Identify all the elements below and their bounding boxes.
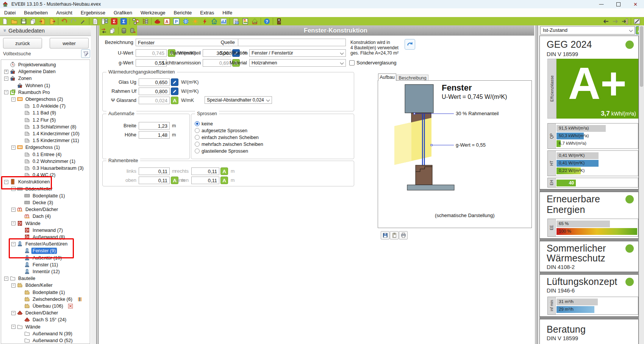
- statistics-button[interactable]: [219, 17, 228, 25]
- database-export-button[interactable]: [128, 27, 137, 34]
- rechts-input[interactable]: 0,11: [191, 167, 219, 175]
- tree-item-bauteile[interactable]: −Bauteile: [1, 275, 89, 282]
- report-button[interactable]: [231, 17, 241, 25]
- export-file-button[interactable]: [47, 17, 57, 25]
- sidebar-splitter[interactable]: [91, 25, 99, 344]
- sonderverglasung-checkbox[interactable]: [349, 60, 355, 66]
- a-box-button[interactable]: A: [162, 17, 172, 25]
- collapse-icon[interactable]: −: [11, 187, 16, 191]
- glasrand-input[interactable]: 0,024: [139, 97, 170, 104]
- open-folder-button[interactable]: [9, 17, 19, 25]
- arrow-end-button[interactable]: [620, 17, 630, 25]
- breite-input[interactable]: 1,23: [139, 122, 170, 130]
- glas-ug-input[interactable]: 0,650: [139, 78, 170, 86]
- redo-button[interactable]: [69, 17, 78, 25]
- menu-bearbeiten[interactable]: Bearbeiten: [20, 9, 52, 17]
- next-button[interactable]: weiter: [50, 38, 89, 48]
- collapse-icon[interactable]: −: [11, 242, 16, 246]
- tree-item-1-4-kinderzimmer-10-[interactable]: 1.4 Kinderzimmer (10): [1, 130, 89, 137]
- compare-button[interactable]: [99, 27, 108, 34]
- tree-item-fenster-9-[interactable]: Fenster (9): [1, 247, 89, 254]
- minimize-button[interactable]: —: [593, 0, 610, 8]
- chart-edit-button[interactable]: [632, 17, 642, 25]
- tree-item-1-0-ankleide-7-[interactable]: 1.0 Ankleide (7): [1, 103, 89, 109]
- tree-item-wände[interactable]: −Wände: [1, 324, 89, 330]
- glas-ug-edit-badge[interactable]: [171, 78, 178, 86]
- tree-item-allgemeine-daten[interactable]: +Allgemeine Daten: [1, 68, 89, 75]
- tree-item-wohnen-1-[interactable]: Wohnen (1): [1, 82, 89, 89]
- rechts-auto-badge[interactable]: A: [220, 167, 228, 175]
- abstandhalter-select[interactable]: Spezial-Abstandhalter 0,024: [205, 96, 272, 104]
- sprossen-radio-0[interactable]: [195, 121, 200, 126]
- menu-werkzeuge[interactable]: Werkzeuge: [136, 9, 170, 17]
- flowchart-button[interactable]: [131, 17, 141, 25]
- collapse-icon[interactable]: −: [4, 77, 8, 81]
- expand-icon[interactable]: +: [4, 70, 8, 74]
- hoehe-input[interactable]: 1,48: [139, 131, 170, 139]
- tree-item-erdgeschoss-1-[interactable]: −Erdgeschoss (1): [1, 144, 89, 151]
- tree-item-raumbuch-pro[interactable]: −Raumbuch Pro: [1, 89, 89, 96]
- energy-label-button[interactable]: [241, 17, 250, 25]
- sum-red-button[interactable]: Σ: [109, 17, 119, 25]
- sprossen-radio-1[interactable]: [195, 128, 200, 133]
- collapse-icon[interactable]: −: [11, 221, 16, 225]
- menu-ansicht[interactable]: Ansicht: [52, 9, 77, 17]
- tree-item-0-3-hausarbeitsraum-3-[interactable]: 0.3 Hausarbeitsraum (3): [1, 165, 89, 172]
- tree-item-0-1-entree-4-[interactable]: 0.1 Entree (4): [1, 151, 89, 158]
- lightning-button[interactable]: [200, 17, 209, 25]
- variant-select[interactable]: Ist-Zustand: [540, 26, 635, 34]
- sum-blue-button[interactable]: Σ: [119, 17, 128, 25]
- wand-button[interactable]: [78, 17, 88, 25]
- save-button[interactable]: [19, 17, 28, 25]
- collapse-icon[interactable]: −: [11, 208, 16, 212]
- tree-item-außenwand-n-39-[interactable]: Außenwand N (39): [1, 330, 89, 337]
- database-button[interactable]: [119, 27, 128, 34]
- tree-item-decken-dächer[interactable]: −Decken/Dächer: [1, 310, 89, 316]
- sprossen-radio-3[interactable]: [195, 142, 200, 147]
- tree-item-zwischendecke-6-[interactable]: Zwischendecke (6): [1, 296, 89, 303]
- arrow-right-button[interactable]: [611, 17, 620, 25]
- copy-button[interactable]: [28, 17, 38, 25]
- tree-item-fenster-außentüren[interactable]: −Fenster/Außentüren: [1, 241, 89, 247]
- collapse-icon[interactable]: −: [4, 180, 8, 184]
- glasrand-auto-badge[interactable]: A: [171, 97, 178, 104]
- tree-item-0-4-wc-2-[interactable]: 0.4 WC (2): [1, 172, 89, 178]
- tab-aufbau[interactable]: Aufbau: [378, 73, 396, 81]
- collapse-icon[interactable]: −: [11, 283, 16, 288]
- help-button[interactable]: ?: [262, 17, 272, 25]
- tree-item-bodenplatte-1-[interactable]: Bodenplatte (1): [1, 289, 89, 296]
- sun-button[interactable]: [191, 17, 200, 25]
- tree-item-böden-keller[interactable]: −Böden/Keller: [1, 186, 89, 192]
- tree-item-decke-3-[interactable]: Decke (3): [1, 199, 89, 206]
- collapse-icon[interactable]: −: [4, 90, 8, 94]
- tree-list-button[interactable]: [141, 17, 150, 25]
- tree-item-innenwand-7-[interactable]: Innenwand (7): [1, 227, 89, 234]
- tree-item-außenwand-8-[interactable]: Außenwand (8): [1, 234, 89, 241]
- collapse-icon[interactable]: −: [11, 97, 16, 102]
- tree-item-wände[interactable]: −Wände: [1, 220, 89, 227]
- menu-hilfe[interactable]: Hilfe: [218, 9, 236, 17]
- collapse-icon[interactable]: −: [4, 277, 8, 281]
- copy-page-button[interactable]: [108, 27, 117, 34]
- tree-item-konstruktionen[interactable]: −Konstruktionen: [1, 178, 89, 185]
- tree-item-außentür-10-[interactable]: Außentür (10): [1, 255, 89, 261]
- filter-button[interactable]: [81, 49, 90, 58]
- oben-input[interactable]: 0,11: [139, 177, 170, 184]
- unten-auto-badge[interactable]: A: [220, 177, 228, 184]
- tree-item-außenwand-o-52-[interactable]: Außenwand O (52): [1, 337, 89, 344]
- save-schematic-button[interactable]: [381, 231, 389, 239]
- close-button[interactable]: ✕: [627, 0, 644, 8]
- tree-item-innentür-12-[interactable]: Innentür (12): [1, 268, 89, 275]
- tree-item-decken-dächer[interactable]: −Decken/Dächer: [1, 206, 89, 213]
- tree-item-überbau-106-[interactable]: Überbau (106): [1, 303, 89, 310]
- globe-button[interactable]: [181, 17, 191, 25]
- p-box-button[interactable]: P: [172, 17, 181, 25]
- import-file-button[interactable]: [38, 17, 47, 25]
- results-scrollbar[interactable]: [639, 25, 644, 344]
- rahmen-uf-input[interactable]: 0,800: [139, 88, 170, 95]
- rahmen-uf-edit-badge[interactable]: [171, 88, 178, 95]
- main-splitter[interactable]: [534, 25, 539, 344]
- maximize-button[interactable]: [610, 0, 627, 8]
- tree-item-dach-4-[interactable]: Dach (4): [1, 213, 89, 220]
- collapse-icon[interactable]: −: [11, 311, 16, 315]
